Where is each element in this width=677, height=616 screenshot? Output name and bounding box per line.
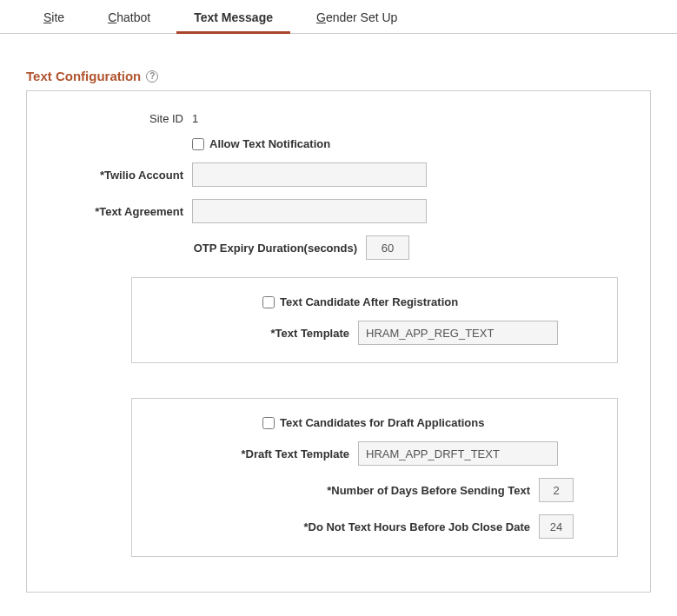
hours-before-label: *Do Not Text Hours Before Job Close Date <box>149 520 539 533</box>
draft-box: Text Candidates for Draft Applications *… <box>131 398 618 557</box>
days-before-label: *Number of Days Before Sending Text <box>149 484 539 497</box>
days-before-input[interactable] <box>539 478 574 502</box>
otp-expiry-input[interactable] <box>366 235 409 260</box>
twilio-account-input[interactable] <box>192 162 427 187</box>
text-agreement-label: *Text Agreement <box>44 205 192 218</box>
site-id-label: Site ID <box>44 112 192 125</box>
allow-text-notification-label: Allow Text Notification <box>209 137 330 150</box>
text-draft-candidates-checkbox[interactable] <box>262 417 275 429</box>
site-id-value: 1 <box>192 112 198 125</box>
tab-gender-setup[interactable]: Gender Set Up <box>299 0 415 33</box>
tab-text-message[interactable]: Text Message <box>176 0 290 33</box>
text-candidate-after-registration-checkbox[interactable] <box>262 296 275 308</box>
draft-text-template-input[interactable] <box>358 441 558 466</box>
hours-before-input[interactable] <box>539 514 574 539</box>
twilio-account-label: *Twilio Account <box>44 169 192 182</box>
text-draft-candidates-label: Text Candidates for Draft Applications <box>280 416 484 429</box>
tab-site[interactable]: Site <box>26 0 82 33</box>
tab-chatbot[interactable]: Chatbot <box>90 0 168 33</box>
config-panel: Site ID 1 Allow Text Notification *Twili… <box>26 90 651 593</box>
text-agreement-input[interactable] <box>192 199 427 223</box>
section-title: Text Configuration ? <box>0 34 677 90</box>
registration-box: Text Candidate After Registration *Text … <box>131 277 618 363</box>
tabs-bar: Site Chatbot Text Message Gender Set Up <box>0 0 677 34</box>
text-template-input[interactable] <box>358 321 558 345</box>
text-template-label: *Text Template <box>149 327 358 340</box>
text-candidate-after-registration-label: Text Candidate After Registration <box>280 295 458 308</box>
draft-text-template-label: *Draft Text Template <box>149 447 358 460</box>
allow-text-notification-checkbox[interactable] <box>192 138 204 150</box>
otp-expiry-label: OTP Expiry Duration(seconds) <box>192 242 366 255</box>
help-icon[interactable]: ? <box>146 70 158 83</box>
